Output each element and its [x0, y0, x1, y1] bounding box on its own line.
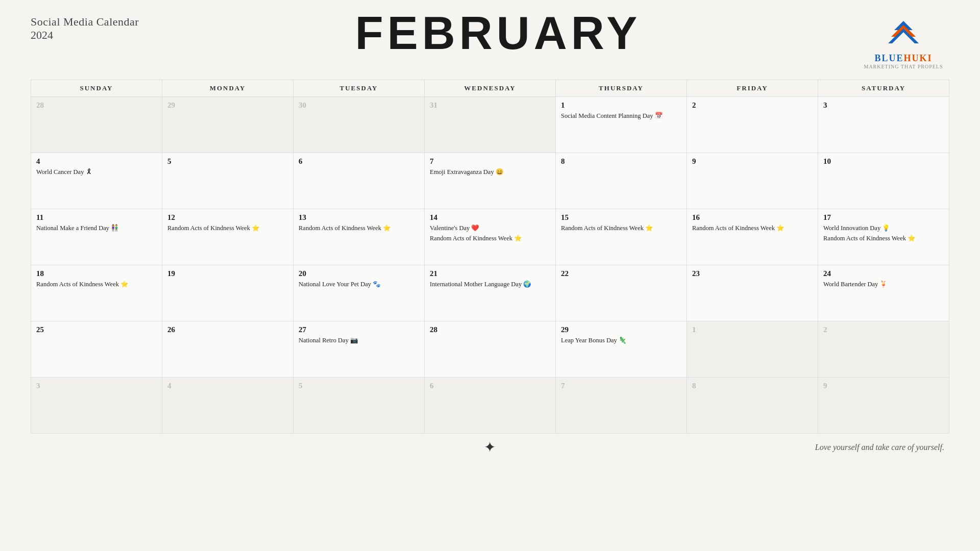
day-number: 3 [36, 382, 157, 390]
day-number: 1 [692, 325, 813, 334]
calendar-cell: 31 [425, 97, 556, 153]
calendar-cell: 17World Innovation Day 💡Random Acts of K… [818, 209, 949, 265]
calendar-cell: 24World Bartender Day 🍹 [818, 265, 949, 321]
calendar-week-row: 3456789 [31, 378, 949, 434]
calendar-cell: 12Random Acts of Kindness Week ⭐ [162, 209, 293, 265]
calendar-table: SUNDAYMONDAYTUESDAYWEDNESDAYTHURSDAYFRID… [31, 80, 949, 434]
calendar-event: Emoji Extravaganza Day 😄 [430, 168, 550, 177]
day-number: 30 [299, 101, 419, 110]
calendar-week-row: 4World Cancer Day 🎗567Emoji Extravaganza… [31, 153, 949, 209]
day-number: 29 [561, 325, 681, 334]
day-number: 28 [430, 325, 550, 334]
day-number: 13 [299, 213, 419, 222]
calendar-cell: 6 [425, 378, 556, 434]
header-year: 2024 [31, 29, 139, 42]
calendar-cell: 11National Make a Friend Day 👫 [31, 209, 162, 265]
calendar-cell: 25 [31, 321, 162, 378]
day-number: 28 [36, 101, 157, 110]
calendar-cell: 19 [162, 265, 293, 321]
day-number: 3 [823, 101, 944, 110]
day-number: 15 [561, 213, 681, 222]
calendar-cell: 29 [162, 97, 293, 153]
calendar-cell: 15Random Acts of Kindness Week ⭐ [556, 209, 687, 265]
day-number: 26 [167, 325, 288, 334]
calendar-event: Random Acts of Kindness Week ⭐ [299, 224, 419, 233]
calendar-cell: 28 [31, 97, 162, 153]
day-number: 22 [561, 269, 681, 278]
calendar-cell: 9 [818, 378, 949, 434]
calendar-body: 282930311Social Media Content Planning D… [31, 97, 949, 434]
calendar-cell: 23 [687, 265, 818, 321]
day-number: 31 [430, 101, 550, 110]
calendar-cell: 16Random Acts of Kindness Week ⭐ [687, 209, 818, 265]
day-number: 2 [823, 325, 944, 334]
day-number: 17 [823, 213, 944, 222]
day-number: 6 [430, 382, 550, 390]
calendar-event: World Bartender Day 🍹 [823, 280, 944, 289]
dow-header: TUESDAY [293, 80, 425, 97]
calendar-event: Random Acts of Kindness Week ⭐ [823, 234, 944, 243]
calendar-event: Social Media Content Planning Day 📅 [561, 112, 681, 120]
header-subtitle: Social Media Calendar [31, 15, 139, 29]
calendar-week-row: 18Random Acts of Kindness Week ⭐1920Nati… [31, 265, 949, 321]
calendar-cell: 26 [162, 321, 293, 378]
month-title: FEBRUARY [139, 10, 857, 56]
day-number: 4 [36, 157, 157, 166]
calendar-cell: 27National Retro Day 📷 [293, 321, 425, 378]
calendar-event: Leap Year Bonus Day 🦎 [561, 336, 681, 345]
logo-area: BLUEHUKI MARKETING THAT PROPELS [857, 15, 949, 69]
calendar-cell: 13Random Acts of Kindness Week ⭐ [293, 209, 425, 265]
dow-header: MONDAY [162, 80, 293, 97]
dow-header: SATURDAY [818, 80, 949, 97]
day-number: 10 [823, 157, 944, 166]
calendar-cell: 1 [687, 321, 818, 378]
calendar-cell: 7 [556, 378, 687, 434]
calendar-cell: 20National Love Your Pet Day 🐾 [293, 265, 425, 321]
calendar-cell: 2 [818, 321, 949, 378]
calendar-event: World Cancer Day 🎗 [36, 168, 157, 177]
logo-tagline: MARKETING THAT PROPELS [864, 64, 943, 69]
calendar-cell: 21International Mother Language Day 🌍 [425, 265, 556, 321]
calendar-cell: 9 [687, 153, 818, 209]
calendar-cell: 18Random Acts of Kindness Week ⭐ [31, 265, 162, 321]
calendar-cell: 8 [687, 378, 818, 434]
day-number: 1 [561, 101, 681, 110]
footer-quote: Love yourself and take care of yourself. [642, 443, 944, 452]
day-number: 5 [299, 382, 419, 390]
day-number: 11 [36, 213, 157, 222]
calendar-cell: 3 [31, 378, 162, 434]
calendar-week-row: 11National Make a Friend Day 👫12Random A… [31, 209, 949, 265]
day-number: 24 [823, 269, 944, 278]
calendar-cell: 22 [556, 265, 687, 321]
day-number: 23 [692, 269, 813, 278]
calendar-cell: 1Social Media Content Planning Day 📅 [556, 97, 687, 153]
day-number: 25 [36, 325, 157, 334]
logo-icon [883, 15, 924, 51]
footer-star: ✦ [338, 439, 641, 456]
calendar-cell: 5 [293, 378, 425, 434]
dow-header: FRIDAY [687, 80, 818, 97]
day-number: 27 [299, 325, 419, 334]
day-number: 19 [167, 269, 288, 278]
calendar-event: Random Acts of Kindness Week ⭐ [561, 224, 681, 233]
day-number: 20 [299, 269, 419, 278]
footer: ✦ Love yourself and take care of yoursel… [31, 439, 949, 456]
calendar-event: Random Acts of Kindness Week ⭐ [36, 280, 157, 289]
calendar-cell: 5 [162, 153, 293, 209]
day-number: 18 [36, 269, 157, 278]
logo-text: BLUEHUKI [874, 53, 932, 64]
calendar-cell: 6 [293, 153, 425, 209]
day-number: 29 [167, 101, 288, 110]
calendar-week-row: 282930311Social Media Content Planning D… [31, 97, 949, 153]
day-number: 8 [561, 157, 681, 166]
day-number: 8 [692, 382, 813, 390]
dow-header: THURSDAY [556, 80, 687, 97]
header: Social Media Calendar 2024 FEBRUARY BLUE… [31, 15, 949, 69]
day-number: 9 [692, 157, 813, 166]
calendar-event: National Love Your Pet Day 🐾 [299, 280, 419, 289]
calendar-cell: 3 [818, 97, 949, 153]
calendar-event: National Retro Day 📷 [299, 336, 419, 345]
calendar-cell: 10 [818, 153, 949, 209]
calendar-page: Social Media Calendar 2024 FEBRUARY BLUE… [0, 0, 980, 551]
calendar-week-row: 252627National Retro Day 📷2829Leap Year … [31, 321, 949, 378]
